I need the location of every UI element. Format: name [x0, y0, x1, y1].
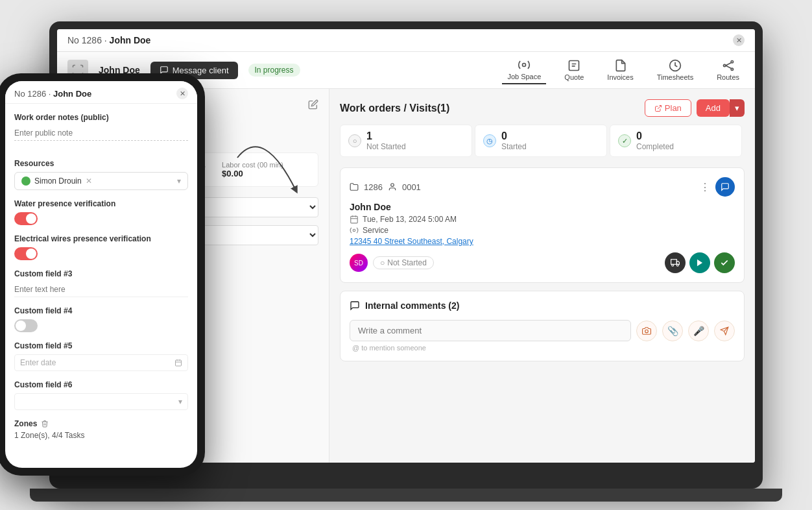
custom-field-4-toggle[interactable] — [14, 319, 38, 332]
work-order-card: 1286 0001 ⋮ — [340, 167, 745, 283]
nav-tab-invoices[interactable]: Invoices — [602, 56, 638, 84]
wo-address-row: 12345 40 Street Southeast, Calgary — [350, 237, 735, 246]
attachment-button[interactable]: 📎 — [662, 321, 683, 341]
camera-button[interactable] — [636, 321, 657, 341]
svg-point-0 — [523, 64, 526, 67]
wo-id: 1286 — [364, 182, 383, 192]
check-icon — [720, 258, 729, 267]
play-icon — [695, 258, 704, 267]
started-count: 0 — [501, 130, 527, 142]
send-button[interactable] — [714, 321, 735, 341]
svg-rect-17 — [671, 260, 677, 265]
timesheets-icon — [669, 59, 682, 72]
zones-label: Zones — [14, 419, 37, 428]
wo-address[interactable]: 12345 40 Street Southeast, Calgary — [350, 237, 473, 246]
electrical-toggle[interactable] — [14, 247, 38, 260]
wo-client-name: John Doe — [350, 202, 735, 212]
labor-cost-item: Labor cost (00 min) $0.00 — [222, 161, 283, 178]
mic-button[interactable]: 🎤 — [688, 321, 709, 341]
window-close-button[interactable]: ✕ — [733, 34, 745, 46]
wo-card-footer: SD ○ Not Started — [350, 252, 735, 273]
edit-icon[interactable] — [308, 99, 318, 112]
wo-action-check-button[interactable] — [714, 252, 735, 273]
nav-tab-timesheets-label: Timesheets — [657, 73, 693, 81]
svg-point-20 — [676, 264, 678, 266]
not-started-label: Not Started — [366, 142, 406, 151]
zones-row: Zones — [14, 419, 188, 428]
phone-zones-section: Zones 1 Zone(s), 4/4 Tasks — [14, 419, 188, 440]
resource-dropdown-arrow[interactable]: ▾ — [177, 176, 181, 186]
phone-custom-field-6-select[interactable]: ▾ — [14, 393, 188, 410]
phone-close-button[interactable]: ✕ — [176, 88, 188, 99]
water-toggle[interactable] — [14, 212, 38, 225]
phone-frame: No 1286 · John Doe ✕ Work order notes (p… — [0, 73, 205, 476]
phone-public-notes-label: Work order notes (public) — [14, 113, 188, 122]
nav-tab-timesheets[interactable]: Timesheets — [652, 56, 699, 84]
phone-custom-field-5-section: Custom field #5 Enter date — [14, 341, 188, 371]
status-pill-completed: ✓ 0 Completed — [610, 125, 742, 157]
phone-custom-field-3-input[interactable] — [14, 282, 188, 297]
svg-line-9 — [725, 66, 730, 68]
phone-electrical-label: Electrical wires presence verification — [14, 234, 188, 243]
phone-custom-field-4-label: Custom field #4 — [14, 306, 188, 315]
svg-point-22 — [645, 330, 649, 333]
job-space-icon — [518, 58, 531, 71]
phone-resources-section: Resources Simon Drouin ✕ ▾ — [14, 159, 188, 190]
wo-chat-button[interactable] — [715, 177, 735, 197]
status-pill-not-started: ○ 1 Not Started — [340, 125, 472, 157]
svg-point-11 — [391, 184, 394, 187]
add-button[interactable]: Add — [697, 99, 730, 117]
not-started-count: 1 — [366, 130, 406, 142]
wo-more-button[interactable]: ⋮ — [700, 181, 710, 193]
svg-line-10 — [658, 105, 662, 109]
completed-icon: ✓ — [618, 134, 631, 147]
svg-line-8 — [725, 63, 730, 66]
comment-input[interactable] — [350, 320, 631, 341]
phone-resources-label: Resources — [14, 159, 188, 168]
ic-input-row: 📎 🎤 — [350, 320, 735, 341]
top-bar: No 1286 · John Doe ✕ — [57, 29, 755, 52]
routes-icon — [722, 59, 735, 72]
phone-screen: No 1286 · John Doe ✕ Work order notes (p… — [5, 81, 197, 468]
nav-icons: Job Space Quote Invoices — [502, 56, 745, 84]
labor-cost-label: Labor cost (00 min) — [222, 161, 283, 169]
phone-public-notes-section: Work order notes (public) — [14, 113, 188, 150]
phone-water-section: Water presence verification — [14, 199, 188, 225]
phone-title: No 1286 · John Doe — [14, 89, 91, 99]
phone-body: Work order notes (public) Resources Simo… — [5, 104, 197, 468]
completed-label: Completed — [636, 142, 674, 151]
svg-marker-21 — [697, 260, 702, 267]
camera-icon — [642, 326, 651, 335]
add-dropdown-button[interactable]: ▾ — [730, 99, 745, 117]
send-icon — [720, 326, 729, 335]
nav-tab-quote[interactable]: Quote — [559, 56, 589, 84]
resource-dot — [21, 176, 30, 186]
nav-tab-routes-label: Routes — [717, 73, 739, 81]
phone-electrical-section: Electrical wires presence verification — [14, 234, 188, 260]
nav-tab-job-space[interactable]: Job Space — [502, 56, 546, 84]
phone-custom-field-6-section: Custom field #6 ▾ — [14, 380, 188, 410]
resource-remove[interactable]: ✕ — [86, 176, 92, 186]
wo-service-row: Service — [350, 226, 735, 235]
phone-public-notes-input[interactable] — [14, 126, 188, 141]
nav-tab-routes[interactable]: Routes — [711, 56, 745, 84]
wo-action-truck-button[interactable] — [665, 252, 686, 273]
wo-action-buttons — [665, 252, 735, 273]
wo-card-actions: ⋮ — [700, 177, 735, 197]
quote-icon — [567, 59, 580, 72]
wo-action-play-button[interactable] — [689, 252, 710, 273]
wo-status-badge: ○ Not Started — [373, 256, 434, 269]
phone-date-field[interactable]: Enter date — [14, 354, 188, 371]
trash-icon[interactable] — [41, 420, 49, 428]
wo-card-ids: 1286 0001 — [350, 182, 421, 192]
phone-date-placeholder: Enter date — [20, 358, 174, 367]
wo-card-header: 1286 0001 ⋮ — [350, 177, 735, 197]
wo-date: Tue, Feb 13, 2024 5:00 AM — [363, 215, 457, 224]
plan-button[interactable]: Plan — [645, 99, 691, 117]
wo-sub-id: 0001 — [402, 182, 421, 192]
wo-assignee-avatar: SD — [350, 254, 368, 272]
work-orders-actions: Plan Add ▾ — [645, 99, 745, 117]
phone-custom-field-3-section: Custom field #3 — [14, 269, 188, 297]
svg-point-16 — [353, 229, 355, 232]
work-orders-title: Work orders / Visits(1) — [340, 103, 449, 114]
